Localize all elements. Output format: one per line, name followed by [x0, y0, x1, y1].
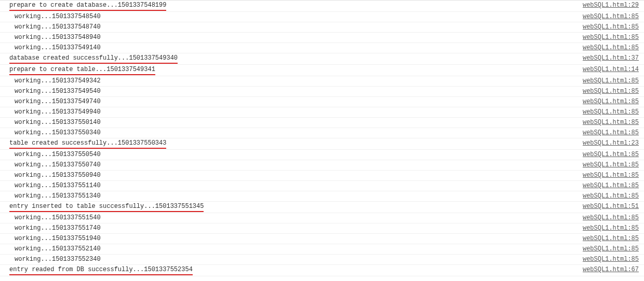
console-row: working...1501337549342webSQL1.html:85: [0, 76, 644, 87]
console-source-link[interactable]: webSQL1.html:85: [583, 118, 641, 127]
console-row: working...1501337549540webSQL1.html:85: [0, 87, 644, 97]
console-message: working...1501337551140: [0, 181, 101, 190]
console-message-text: working...1501337549740: [15, 98, 101, 105]
console-source-link[interactable]: webSQL1.html:14: [583, 65, 641, 74]
console-message: working...1501337549342: [0, 77, 101, 86]
console-message: working...1501337550140: [0, 118, 101, 127]
console-row: working...1501337548540webSQL1.html:85: [0, 12, 644, 22]
console-message: entry inserted to table successfully...1…: [0, 202, 204, 212]
console-source-link[interactable]: webSQL1.html:37: [583, 54, 641, 63]
console-source-link[interactable]: webSQL1.html:85: [583, 33, 641, 42]
console-row: working...1501337551540webSQL1.html:85: [0, 213, 644, 223]
console-row: working...1501337551940webSQL1.html:85: [0, 234, 644, 244]
console-message-text: working...1501337551740: [15, 224, 101, 232]
console-message: working...1501337550940: [0, 171, 101, 180]
console-message-text: working...1501337551340: [15, 192, 101, 200]
console-row: entry readed from DB successfully...1501…: [0, 265, 644, 276]
console-message-text: working...1501337551140: [15, 182, 101, 189]
console-source-link[interactable]: webSQL1.html:85: [583, 171, 641, 180]
console-message: working...1501337548940: [0, 33, 101, 42]
console-message-text: working...1501337551540: [15, 214, 101, 221]
console-message: working...1501337549140: [0, 44, 101, 52]
console-message: working...1501337550540: [0, 150, 101, 159]
console-source-link[interactable]: webSQL1.html:29: [583, 1, 641, 10]
console-row: prepare to create table...1501337549341w…: [0, 65, 644, 76]
console-message: working...1501337550340: [0, 129, 101, 137]
console-row: working...1501337551140webSQL1.html:85: [0, 181, 644, 191]
console-message-text: working...1501337549140: [15, 44, 101, 51]
console-row: working...1501337549740webSQL1.html:85: [0, 97, 644, 107]
console-message: working...1501337551540: [0, 214, 101, 222]
console-row: working...1501337550940webSQL1.html:85: [0, 171, 644, 181]
console-message: table created successfully...15013375503…: [0, 139, 166, 149]
console-source-link[interactable]: webSQL1.html:85: [583, 87, 641, 96]
console-message: working...1501337550740: [0, 161, 101, 170]
console-row: working...1501337550340webSQL1.html:85: [0, 128, 644, 138]
console-message-text: working...1501337549540: [15, 88, 101, 95]
console-row: table created successfully...15013375503…: [0, 138, 644, 150]
console-row: working...1501337552140webSQL1.html:85: [0, 244, 644, 255]
console-message-text: working...1501337550740: [15, 161, 101, 168]
console-source-link[interactable]: webSQL1.html:85: [583, 192, 641, 201]
console-source-link[interactable]: webSQL1.html:51: [583, 202, 641, 211]
console-source-link[interactable]: webSQL1.html:85: [583, 224, 641, 233]
console-source-link[interactable]: webSQL1.html:85: [583, 181, 641, 190]
console-message-text: working...1501337550140: [15, 119, 101, 126]
console-row: entry inserted to table successfully...1…: [0, 202, 644, 213]
console-row: working...1501337549140webSQL1.html:85: [0, 43, 644, 53]
console-message: working...1501337549740: [0, 97, 101, 106]
console-row: working...1501337550140webSQL1.html:85: [0, 118, 644, 128]
console-row: working...1501337550540webSQL1.html:85: [0, 150, 644, 160]
console-message: working...1501337548540: [0, 12, 101, 21]
console-row: working...1501337548740webSQL1.html:85: [0, 22, 644, 33]
console-message-text: working...1501337548540: [15, 13, 101, 20]
console-log-list: prepare to create database...15013375481…: [0, 0, 644, 276]
console-row: working...1501337552340webSQL1.html:85: [0, 255, 644, 265]
console-message: database created successfully...15013375…: [0, 54, 178, 64]
console-row: database created successfully...15013375…: [0, 53, 644, 65]
console-message-text: working...1501337550940: [15, 172, 101, 179]
console-source-link[interactable]: webSQL1.html:85: [583, 245, 641, 254]
console-message: working...1501337551940: [0, 234, 101, 243]
console-message: working...1501337551740: [0, 224, 101, 233]
console-message: working...1501337552140: [0, 245, 101, 254]
console-message: working...1501337551340: [0, 192, 101, 201]
console-message-text: working...1501337551940: [15, 235, 101, 242]
console-message: working...1501337548740: [0, 23, 101, 32]
console-source-link[interactable]: webSQL1.html:85: [583, 23, 641, 32]
console-message-text: working...1501337549342: [15, 77, 101, 85]
console-source-link[interactable]: webSQL1.html:85: [583, 255, 641, 264]
console-source-link[interactable]: webSQL1.html:85: [583, 44, 641, 52]
console-message-text: entry inserted to table successfully...1…: [9, 202, 204, 212]
console-message-text: database created successfully...15013375…: [9, 54, 178, 64]
console-source-link[interactable]: webSQL1.html:85: [583, 161, 641, 170]
console-row: working...1501337548940webSQL1.html:85: [0, 33, 644, 43]
console-message: prepare to create table...1501337549341: [0, 65, 155, 75]
console-source-link[interactable]: webSQL1.html:23: [583, 139, 641, 148]
console-row: working...1501337549940webSQL1.html:85: [0, 107, 644, 118]
console-source-link[interactable]: webSQL1.html:85: [583, 214, 641, 222]
console-message-text: table created successfully...15013375503…: [9, 139, 166, 149]
console-row: working...1501337551740webSQL1.html:85: [0, 223, 644, 234]
console-message-text: prepare to create database...15013375481…: [9, 1, 166, 11]
console-message: entry readed from DB successfully...1501…: [0, 265, 193, 275]
console-message-text: working...1501337548940: [15, 34, 101, 41]
console-row: prepare to create database...15013375481…: [0, 1, 644, 12]
console-source-link[interactable]: webSQL1.html:85: [583, 12, 641, 21]
console-source-link[interactable]: webSQL1.html:85: [583, 129, 641, 137]
console-message-text: working...1501337550540: [15, 151, 101, 158]
console-source-link[interactable]: webSQL1.html:85: [583, 150, 641, 159]
console-source-link[interactable]: webSQL1.html:85: [583, 97, 641, 106]
console-source-link[interactable]: webSQL1.html:85: [583, 77, 641, 86]
console-message-text: entry readed from DB successfully...1501…: [9, 265, 193, 275]
console-row: working...1501337551340webSQL1.html:85: [0, 191, 644, 202]
console-source-link[interactable]: webSQL1.html:67: [583, 265, 641, 274]
console-message: working...1501337549540: [0, 87, 101, 96]
console-source-link[interactable]: webSQL1.html:85: [583, 234, 641, 243]
console-message-text: working...1501337552340: [15, 256, 101, 263]
console-row: working...1501337550740webSQL1.html:85: [0, 160, 644, 171]
console-message-text: prepare to create table...1501337549341: [9, 65, 155, 75]
console-source-link[interactable]: webSQL1.html:85: [583, 108, 641, 117]
console-message: working...1501337549940: [0, 108, 101, 117]
console-message: working...1501337552340: [0, 255, 101, 264]
